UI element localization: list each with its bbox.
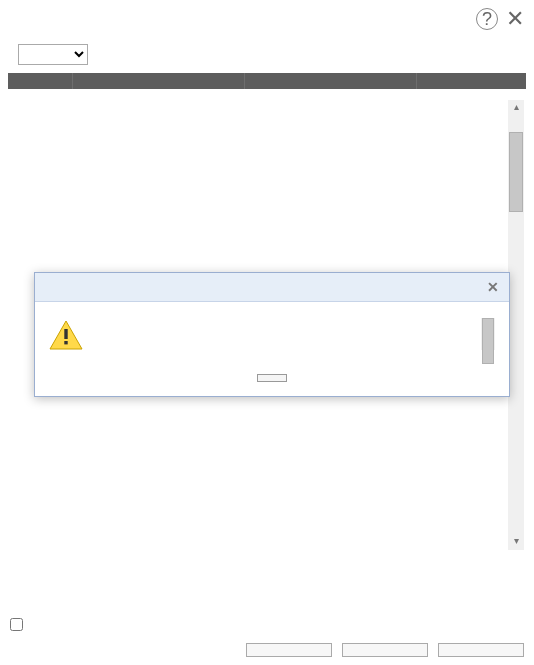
scroll-up-icon[interactable]: ▴ [508,100,524,116]
prompt-dialog: ✕ [34,272,510,397]
dialog-message [97,318,467,350]
scroll-down-icon[interactable]: ▾ [508,534,524,550]
col-start [72,73,244,89]
vertical-scrollbar[interactable]: ▴ ▾ [508,100,524,550]
dialog-close-icon[interactable]: ✕ [487,279,499,295]
auto-writeoff-checkbox[interactable] [10,618,23,631]
help-icon[interactable]: ? [476,8,498,30]
periods-table [8,73,526,89]
dialog-scroll-thumb[interactable] [482,318,494,364]
close-icon[interactable]: ✕ [506,6,524,32]
col-end [244,73,416,89]
col-period [8,73,72,89]
footer [10,618,524,657]
filter-bar [0,34,534,73]
warning-icon [49,320,83,350]
scroll-thumb[interactable] [509,132,523,212]
dialog-header: ✕ [35,273,509,302]
title-bar: ? ✕ [0,0,534,34]
svg-rect-1 [64,329,67,339]
exit-button[interactable] [438,643,524,657]
periods-table-wrap [8,73,526,279]
cancel-close-button[interactable] [246,643,332,657]
next-button[interactable] [342,643,428,657]
svg-rect-2 [64,341,67,344]
dialog-scrollbar[interactable] [481,318,495,350]
col-closed [416,73,526,89]
ok-button[interactable] [257,374,287,382]
year-select[interactable] [18,44,88,65]
table-header-row [8,73,526,89]
